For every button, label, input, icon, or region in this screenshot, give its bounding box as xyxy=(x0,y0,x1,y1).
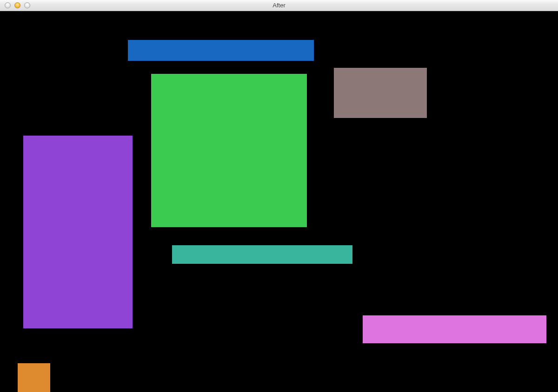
green-rect xyxy=(151,74,307,227)
titlebar[interactable]: After xyxy=(0,0,558,11)
orange-rect xyxy=(18,363,50,392)
purple-rect xyxy=(23,136,133,328)
window-title: After xyxy=(0,2,558,9)
grey-rect xyxy=(334,68,427,118)
teal-rect xyxy=(172,245,352,264)
minimize-button[interactable] xyxy=(14,2,20,8)
close-button[interactable] xyxy=(5,2,11,8)
traffic-lights xyxy=(5,2,30,8)
canvas-area xyxy=(0,11,558,392)
pink-rect xyxy=(363,315,546,343)
zoom-button[interactable] xyxy=(24,2,30,8)
blue-rect xyxy=(128,40,314,61)
application-window: After xyxy=(0,0,558,392)
